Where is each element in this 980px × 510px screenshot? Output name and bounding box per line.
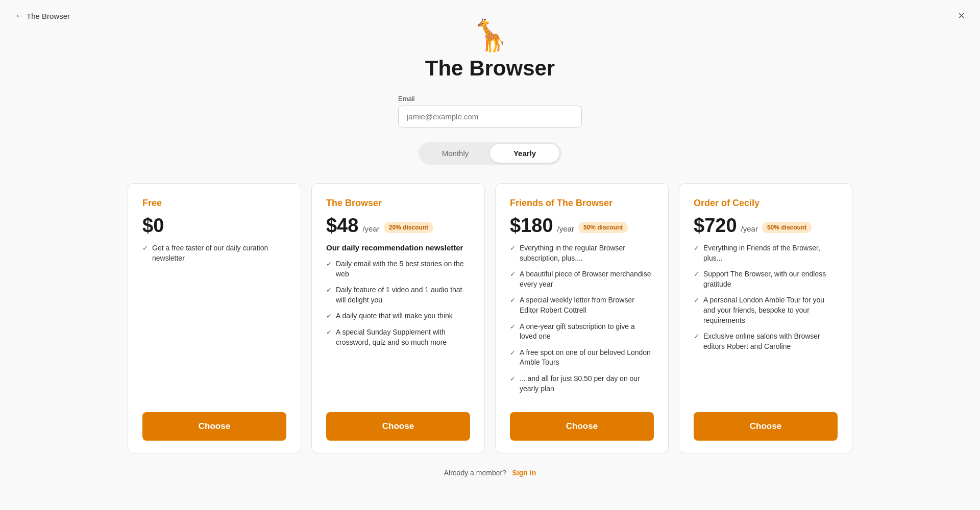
- check-icon: ✓: [510, 270, 516, 279]
- plan-name-browser: The Browser: [326, 198, 470, 209]
- check-icon: ✓: [510, 374, 516, 384]
- feature-item: ✓ Support The Browser, with our endless …: [694, 269, 838, 289]
- feature-item: ✓ Daily email with the 5 best stories on…: [326, 259, 470, 279]
- features-friends: ✓ Everything in the regular Browser subs…: [510, 243, 654, 400]
- feature-item: ✓ A one-year gift subscription to give a…: [510, 322, 654, 342]
- check-icon: ✓: [510, 244, 516, 253]
- email-input[interactable]: [398, 106, 582, 128]
- plan-card-free: Free $0 ✓ Get a free taster of our daily…: [128, 183, 301, 453]
- price-amount-free: $0: [142, 216, 164, 235]
- price-amount-friends: $180: [510, 216, 553, 235]
- feature-item: ✓ Daily feature of 1 video and 1 audio t…: [326, 285, 470, 305]
- plan-card-friends: Friends of The Browser $180 /year 50% di…: [495, 183, 669, 453]
- price-row-free: $0: [142, 216, 286, 235]
- choose-button-free[interactable]: Choose: [142, 412, 286, 441]
- feature-item: ✓ A free spot on one of our beloved Lond…: [510, 348, 654, 368]
- feature-item: ✓ ... and all for just $0.50 per day on …: [510, 374, 654, 394]
- price-row-browser: $48 /year 20% discount: [326, 216, 470, 235]
- choose-button-friends[interactable]: Choose: [510, 412, 654, 441]
- feature-item: ✓ A special Sunday Supplement with cross…: [326, 327, 470, 347]
- discount-badge-friends: 50% discount: [578, 222, 628, 233]
- yearly-toggle[interactable]: Yearly: [490, 144, 559, 163]
- email-section: Email: [398, 95, 582, 128]
- plan-card-cecily: Order of Cecily $720 /year 50% discount …: [679, 183, 852, 453]
- check-icon: ✓: [326, 260, 332, 269]
- plan-name-cecily: Order of Cecily: [694, 198, 838, 209]
- choose-button-browser[interactable]: Choose: [326, 412, 470, 441]
- price-period-browser: /year: [362, 224, 379, 233]
- choose-button-cecily[interactable]: Choose: [694, 412, 838, 441]
- check-icon: ✓: [694, 244, 699, 253]
- main-content: 🦒 The Browser Email Monthly Yearly Free …: [0, 0, 980, 487]
- price-row-friends: $180 /year 50% discount: [510, 216, 654, 235]
- monthly-toggle[interactable]: Monthly: [421, 144, 490, 163]
- check-icon: ✓: [510, 322, 516, 332]
- features-free: ✓ Get a free taster of our daily curatio…: [142, 243, 286, 400]
- discount-badge-browser: 20% discount: [384, 222, 433, 233]
- discount-badge-cecily: 50% discount: [762, 222, 812, 233]
- check-icon: ✓: [694, 296, 699, 305]
- feature-item: ✓ A beautiful piece of Browser merchandi…: [510, 269, 654, 289]
- sign-in-link[interactable]: Sign in: [512, 469, 536, 477]
- plan-name-friends: Friends of The Browser: [510, 198, 654, 209]
- close-button[interactable]: ×: [958, 10, 965, 21]
- price-row-cecily: $720 /year 50% discount: [694, 216, 838, 235]
- back-arrow-icon: ←: [15, 11, 23, 20]
- price-period-cecily: /year: [741, 224, 758, 233]
- check-icon: ✓: [510, 348, 516, 358]
- check-icon: ✓: [694, 332, 699, 341]
- plan-card-browser: The Browser $48 /year 20% discount Our d…: [311, 183, 485, 453]
- pricing-cards: Free $0 ✓ Get a free taster of our daily…: [107, 183, 873, 453]
- feature-item: ✓ Everything in Friends of the Browser, …: [694, 243, 838, 263]
- back-link[interactable]: ← The Browser: [15, 11, 70, 20]
- top-nav: ← The Browser ×: [0, 0, 980, 32]
- billing-toggle: Monthly Yearly: [419, 142, 561, 165]
- check-icon: ✓: [694, 270, 699, 279]
- check-icon: ✓: [326, 286, 332, 295]
- price-amount-cecily: $720: [694, 216, 737, 235]
- section-header-browser: Our daily recommendation newsletter: [326, 243, 470, 252]
- check-icon: ✓: [326, 312, 332, 321]
- features-browser: ✓ Daily email with the 5 best stories on…: [326, 259, 470, 400]
- feature-item: ✓ Get a free taster of our daily curatio…: [142, 243, 286, 263]
- feature-item: ✓ Everything in the regular Browser subs…: [510, 243, 654, 263]
- email-label: Email: [398, 95, 415, 103]
- features-cecily: ✓ Everything in Friends of the Browser, …: [694, 243, 838, 400]
- feature-item: ✓ A personal London Amble Tour for you a…: [694, 295, 838, 325]
- check-icon: ✓: [510, 296, 516, 305]
- price-period-friends: /year: [557, 224, 574, 233]
- feature-item: ✓ A special weekly letter from Browser E…: [510, 295, 654, 315]
- page-title: The Browser: [425, 56, 555, 81]
- back-label: The Browser: [27, 12, 70, 20]
- price-amount-browser: $48: [326, 216, 358, 235]
- feature-item: ✓ A daily quote that will make you think: [326, 311, 470, 321]
- footer-text: Already a member? Sign in: [444, 469, 536, 477]
- check-icon: ✓: [142, 244, 148, 253]
- plan-name-free: Free: [142, 198, 286, 209]
- check-icon: ✓: [326, 328, 332, 337]
- feature-item: ✓ Exclusive online salons with Browser e…: [694, 332, 838, 351]
